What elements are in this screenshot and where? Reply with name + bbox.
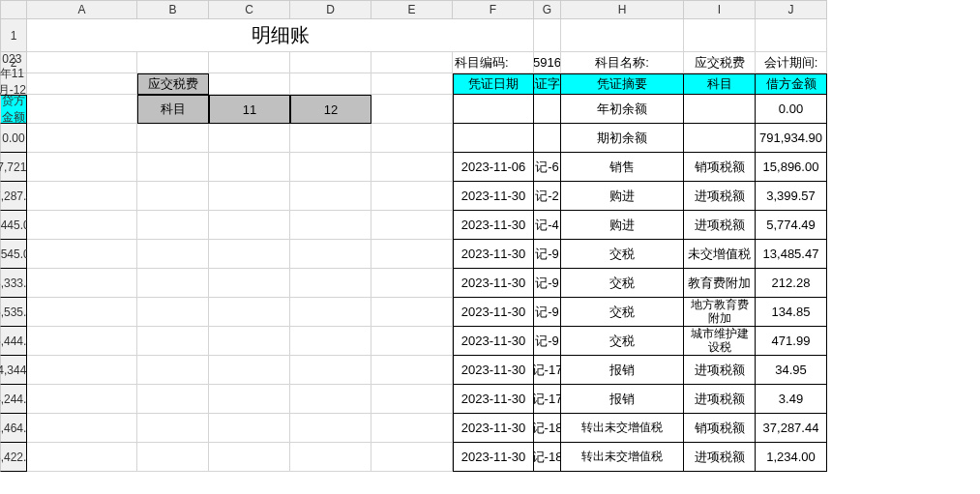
right-header-cell[interactable]: 科目	[137, 95, 209, 124]
data-cell[interactable]: 1,445.00	[0, 211, 27, 240]
data-cell[interactable]: 交税	[561, 327, 684, 356]
cell[interactable]	[209, 414, 290, 443]
cell[interactable]	[371, 356, 453, 385]
data-cell[interactable]: 2023-11-30	[453, 211, 534, 240]
cell[interactable]	[27, 211, 137, 240]
cell[interactable]	[27, 153, 137, 182]
cell[interactable]	[137, 124, 209, 153]
cell[interactable]	[209, 269, 290, 298]
cell[interactable]	[290, 414, 371, 443]
data-cell[interactable]: 记-18	[534, 443, 561, 472]
data-cell[interactable]: 15,444.00	[0, 327, 27, 356]
cell[interactable]	[137, 52, 209, 73]
cell[interactable]	[209, 356, 290, 385]
col-header[interactable]: G	[534, 0, 561, 19]
data-cell[interactable]: 2023-11-30	[453, 414, 534, 443]
col-header[interactable]: A	[27, 0, 137, 19]
cell[interactable]	[371, 211, 453, 240]
data-cell[interactable]: 记-17	[534, 385, 561, 414]
cell[interactable]	[27, 124, 137, 153]
cell[interactable]: 科目名称:	[561, 52, 684, 73]
cell[interactable]	[756, 19, 827, 52]
data-cell[interactable]: 2023-11-30	[453, 269, 534, 298]
data-cell[interactable]	[453, 95, 534, 124]
data-cell[interactable]: 记-18	[534, 414, 561, 443]
cell[interactable]: 应交税费	[684, 52, 756, 73]
data-cell[interactable]: 2023-11-06	[453, 153, 534, 182]
data-cell[interactable]: 交税	[561, 240, 684, 269]
cell[interactable]	[290, 443, 371, 472]
cell[interactable]	[290, 153, 371, 182]
data-cell[interactable]: 交税	[561, 269, 684, 298]
col-header[interactable]: J	[756, 0, 827, 19]
data-cell[interactable]: 2023-11-30	[453, 327, 534, 356]
col-header[interactable]: B	[137, 0, 209, 19]
cell[interactable]: 科目编码:	[453, 52, 534, 73]
data-cell[interactable]: 1,545.00	[0, 240, 27, 269]
cell[interactable]	[290, 356, 371, 385]
data-cell[interactable]: 212.28	[756, 269, 827, 298]
cell[interactable]	[27, 182, 137, 211]
data-cell[interactable]	[534, 124, 561, 153]
data-cell[interactable]: 134.85	[756, 298, 827, 327]
sheet-title[interactable]: 明细账	[27, 19, 534, 52]
data-cell[interactable]: 记-9	[534, 240, 561, 269]
cell[interactable]	[209, 73, 290, 95]
data-cell[interactable]: 3.49	[756, 385, 827, 414]
cell[interactable]	[27, 414, 137, 443]
data-cell[interactable]: 记-9	[534, 269, 561, 298]
cell[interactable]	[290, 269, 371, 298]
cell[interactable]	[209, 240, 290, 269]
data-cell[interactable]: 记-9	[534, 298, 561, 327]
data-cell[interactable]	[684, 124, 756, 153]
cell[interactable]	[137, 327, 209, 356]
cell[interactable]	[290, 298, 371, 327]
data-cell[interactable]: 37,287.44	[0, 182, 27, 211]
cell[interactable]	[371, 182, 453, 211]
cell[interactable]	[137, 385, 209, 414]
data-cell[interactable]: 购进	[561, 182, 684, 211]
data-cell[interactable]: 2023-11-30	[453, 385, 534, 414]
cell[interactable]	[290, 385, 371, 414]
left-header-cell[interactable]: 凭证字号	[534, 73, 561, 95]
cell[interactable]	[27, 52, 137, 73]
data-cell[interactable]: 销项税额	[684, 414, 756, 443]
cell[interactable]: 会计期间:	[756, 52, 827, 73]
data-cell[interactable]: 13,485.47	[756, 240, 827, 269]
cell[interactable]	[290, 182, 371, 211]
cell[interactable]	[290, 240, 371, 269]
left-header-cell[interactable]: 凭证摘要	[561, 73, 684, 95]
cell[interactable]	[371, 73, 453, 95]
cell[interactable]	[290, 124, 371, 153]
cell[interactable]	[290, 73, 371, 95]
cell[interactable]	[290, 52, 371, 73]
cell[interactable]	[137, 443, 209, 472]
cell[interactable]	[561, 19, 684, 52]
cell[interactable]	[27, 356, 137, 385]
cell[interactable]	[209, 52, 290, 73]
cell[interactable]	[137, 240, 209, 269]
data-cell[interactable]: 地方教育费附加	[684, 298, 756, 327]
data-cell[interactable]: 进项税额	[684, 356, 756, 385]
data-cell[interactable]: 记-9	[534, 327, 561, 356]
data-cell[interactable]: 0.00	[0, 124, 27, 153]
cell[interactable]	[290, 211, 371, 240]
data-cell[interactable]: 471.99	[756, 327, 827, 356]
cell[interactable]	[27, 269, 137, 298]
data-cell[interactable]: 记-4	[534, 211, 561, 240]
data-cell[interactable]: 报销	[561, 385, 684, 414]
data-cell[interactable]: 教育费附加	[684, 269, 756, 298]
cell[interactable]	[27, 95, 137, 124]
cell[interactable]	[137, 211, 209, 240]
cell[interactable]	[371, 52, 453, 73]
data-cell[interactable]: 15,896.00	[756, 153, 827, 182]
cell[interactable]	[209, 153, 290, 182]
col-header[interactable]: H	[561, 0, 684, 19]
cell[interactable]	[534, 19, 561, 52]
data-cell[interactable]: 记-6	[534, 153, 561, 182]
data-cell[interactable]: 进项税额	[684, 182, 756, 211]
data-cell[interactable]: 报销	[561, 356, 684, 385]
col-header[interactable]: D	[290, 0, 371, 19]
cell[interactable]	[371, 153, 453, 182]
data-cell[interactable]: 销售	[561, 153, 684, 182]
